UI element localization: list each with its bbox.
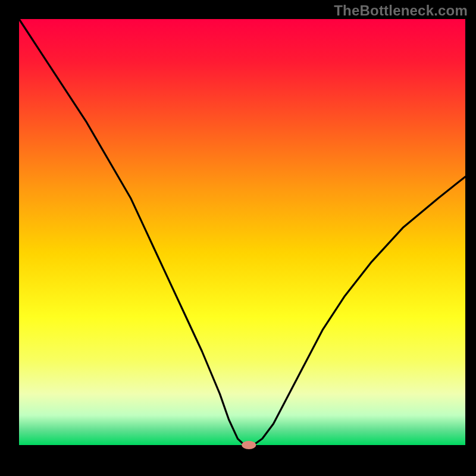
bottleneck-chart [0,0,476,476]
chart-frame: { "watermark": "TheBottleneck.com", "cha… [0,0,476,476]
optimal-marker [242,441,256,449]
watermark-text: TheBottleneck.com [334,2,468,19]
